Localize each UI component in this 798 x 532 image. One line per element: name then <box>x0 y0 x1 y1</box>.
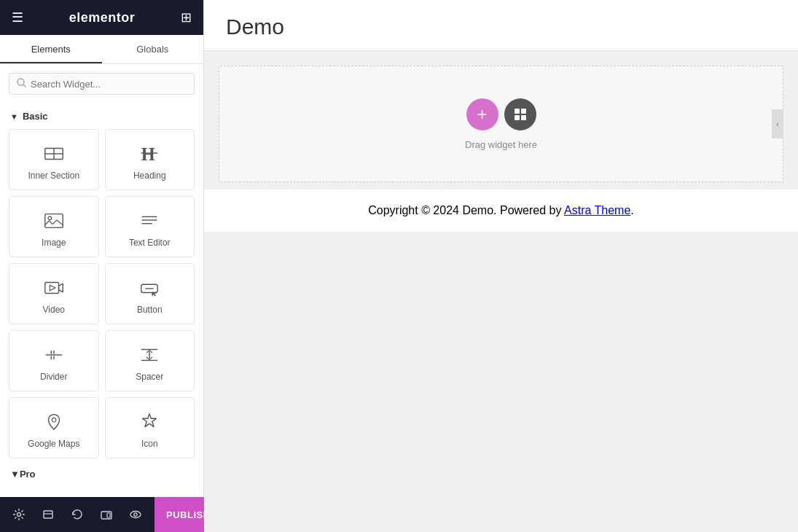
svg-point-8 <box>48 216 52 220</box>
image-icon <box>43 210 65 232</box>
tab-globals[interactable]: Globals <box>102 35 204 63</box>
svg-rect-12 <box>45 283 59 294</box>
text-editor-icon <box>138 210 160 232</box>
search-input-wrapper <box>9 73 195 95</box>
footer-section: Copyright © 2024 Demo. Powered by Astra … <box>204 189 798 232</box>
settings-button[interactable] <box>6 501 32 528</box>
hamburger-icon[interactable]: ☰ <box>12 9 23 26</box>
widget-heading-label: Heading <box>133 171 166 181</box>
footer-link[interactable]: Astra Theme <box>564 204 630 216</box>
svg-rect-26 <box>44 511 52 518</box>
svg-rect-34 <box>515 115 520 120</box>
svg-text:H: H <box>141 144 155 164</box>
widget-text-editor-label: Text Editor <box>129 238 171 248</box>
widget-text-editor[interactable]: Text Editor <box>105 196 195 257</box>
heading-icon: H <box>138 143 160 165</box>
svg-rect-29 <box>107 513 110 517</box>
widget-google-maps-label: Google Maps <box>28 439 79 449</box>
preview-button[interactable] <box>122 501 149 528</box>
widget-spacer[interactable]: Spacer <box>105 330 195 391</box>
widget-image-label: Image <box>42 238 66 248</box>
google-maps-icon <box>43 411 65 433</box>
widget-divider-label: Divider <box>40 372 67 382</box>
svg-line-1 <box>23 85 26 87</box>
panel-tabs: Elements Globals <box>0 35 203 64</box>
layers-button[interactable] <box>35 501 61 528</box>
button-icon <box>138 277 160 299</box>
svg-rect-32 <box>515 109 520 114</box>
search-input[interactable] <box>31 79 187 90</box>
history-button[interactable] <box>64 501 90 528</box>
widget-button[interactable]: Button <box>105 263 195 324</box>
search-icon <box>17 78 26 90</box>
widget-inner-section[interactable]: Inner Section <box>9 129 99 190</box>
widgets-grid: Inner Section H Heading Image <box>0 126 203 464</box>
page-title: Demo <box>226 15 776 39</box>
canvas-drop-section[interactable]: + Drag widget here ‹ <box>219 66 783 182</box>
icon-widget-icon <box>138 411 160 433</box>
svg-point-25 <box>17 513 21 517</box>
canvas-body: + Drag widget here ‹ Copyright © 2024 De… <box>204 51 798 532</box>
svg-rect-35 <box>521 115 526 120</box>
canvas-footer-area <box>204 232 798 378</box>
widget-button-label: Button <box>137 305 163 315</box>
basic-arrow-icon: ▼ <box>10 112 18 121</box>
left-panel: ☰ elementor ⊞ Elements Globals ▼ Basic <box>0 0 204 532</box>
widget-video-label: Video <box>43 305 65 315</box>
inner-section-icon <box>43 143 65 165</box>
grid-icon[interactable]: ⊞ <box>181 9 192 26</box>
svg-point-30 <box>130 512 141 518</box>
pro-section-label: Pro <box>20 469 36 480</box>
svg-point-31 <box>134 513 137 516</box>
widget-image[interactable]: Image <box>9 196 99 257</box>
widget-icon[interactable]: Icon <box>105 397 195 458</box>
panel-header: ☰ elementor ⊞ <box>0 0 203 35</box>
svg-rect-7 <box>45 214 63 228</box>
widget-inner-section-label: Inner Section <box>28 171 79 181</box>
collapse-handle[interactable]: ‹ <box>772 109 783 138</box>
drag-widget-text: Drag widget here <box>465 139 537 150</box>
basic-section-label: Basic <box>23 111 48 122</box>
video-icon <box>43 277 65 299</box>
canvas-header: Demo <box>204 0 798 51</box>
widget-video[interactable]: Video <box>9 263 99 324</box>
bottom-toolbar: PUBLISH ▲ <box>0 497 203 532</box>
svg-marker-13 <box>50 285 55 291</box>
toolbar-icons <box>0 501 154 528</box>
widget-spacer-label: Spacer <box>136 372 163 382</box>
widget-google-maps[interactable]: Google Maps <box>9 397 99 458</box>
tab-elements[interactable]: Elements <box>0 35 102 63</box>
pro-section-header[interactable]: ▼ Pro <box>0 464 203 482</box>
svg-rect-33 <box>521 109 526 114</box>
add-widget-button[interactable]: + <box>466 98 498 130</box>
right-canvas: Demo + Drag widget here <box>204 0 798 532</box>
pro-arrow-icon: ▼ <box>10 469 20 480</box>
widget-heading[interactable]: H Heading <box>105 129 195 190</box>
drag-buttons: + <box>466 98 536 130</box>
basic-section-header[interactable]: ▼ Basic <box>0 103 203 126</box>
widget-icon-label: Icon <box>141 439 158 449</box>
footer-text: Copyright © 2024 Demo. Powered by <box>368 204 564 216</box>
responsive-button[interactable] <box>93 501 120 528</box>
drag-widget-area: + Drag widget here <box>465 98 537 150</box>
divider-icon <box>43 344 65 366</box>
spacer-icon <box>138 344 160 366</box>
add-section-button[interactable] <box>504 98 536 130</box>
search-bar <box>0 64 203 103</box>
widget-divider[interactable]: Divider <box>9 330 99 391</box>
svg-point-24 <box>52 418 56 422</box>
footer-dot: . <box>630 204 633 216</box>
elementor-logo: elementor <box>69 10 136 26</box>
panel-content: ▼ Basic Inner Section H Heading <box>0 103 203 532</box>
